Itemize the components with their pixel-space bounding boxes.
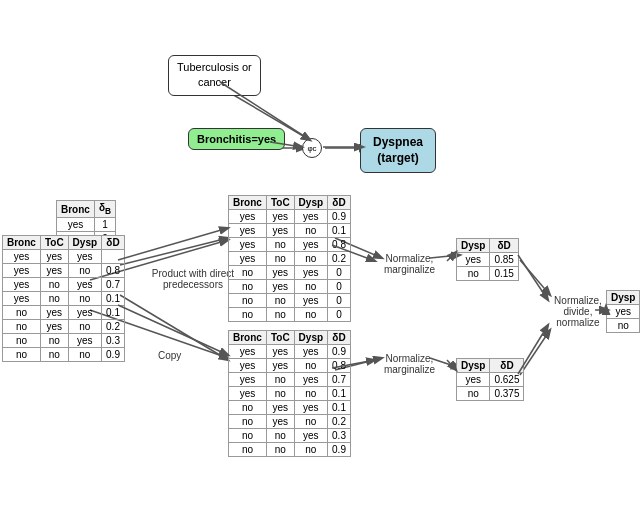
table-row: yesyesyes0.9 bbox=[229, 210, 351, 224]
bronchitis-node: Bronchitis=yes bbox=[188, 128, 285, 150]
table-t7: DyspδD yes0.773 no0.227 bbox=[606, 290, 640, 333]
copy-label: Copy bbox=[158, 350, 181, 361]
table-row: yes1 bbox=[57, 218, 116, 232]
table-row: no0.227 bbox=[607, 319, 641, 333]
normalize-divide-label: Normalize,divide,normalize bbox=[548, 295, 608, 328]
table-t6: DyspδD yes0.625 no0.375 bbox=[456, 358, 524, 401]
table-row: no0.15 bbox=[457, 267, 519, 281]
table-row: yesnoyes0.8 bbox=[229, 238, 351, 252]
table-row: noyesyes0 bbox=[229, 266, 351, 280]
tbc-node: Tuberculosis or cancer bbox=[168, 55, 261, 96]
table-row: yesnoyes0.7 bbox=[3, 278, 125, 292]
diagram-container: Bronchitis=yes φc Dyspnea (target) Tuber… bbox=[0, 0, 640, 506]
table-row: nonono0.9 bbox=[229, 443, 351, 457]
table-row: yesyesno0.8 bbox=[229, 359, 351, 373]
table-row: noyesno0 bbox=[229, 280, 351, 294]
table-row: nonoyes0 bbox=[229, 294, 351, 308]
dyspnea-node: Dyspnea (target) bbox=[360, 128, 436, 173]
table-row: noyesno0.2 bbox=[3, 320, 125, 334]
table-row: noyesyes0.1 bbox=[229, 401, 351, 415]
table-row: noyesno0.2 bbox=[229, 415, 351, 429]
table-t5: DyspδD yes0.85 no0.15 bbox=[456, 238, 519, 281]
table-row: yesnono0.1 bbox=[3, 292, 125, 306]
table-row: yesyesyes bbox=[3, 250, 125, 264]
svg-line-9 bbox=[520, 260, 550, 295]
product-label: Product with direct predecessors bbox=[148, 268, 238, 290]
table-row: yesnono0.1 bbox=[229, 387, 351, 401]
table-row: nonono0 bbox=[229, 308, 351, 322]
table-row: yesyesyes0.9 bbox=[229, 345, 351, 359]
svg-line-17 bbox=[118, 228, 228, 260]
table-t2: BroncToCDyspδD yesyesyes0.9 yesyesno0.1 … bbox=[228, 195, 351, 322]
table-row: yesyesno0.8 bbox=[3, 264, 125, 278]
table-row: noyesyes0.1 bbox=[3, 306, 125, 320]
table-row: yesyesno0.1 bbox=[229, 224, 351, 238]
table-row: nonono0.9 bbox=[3, 348, 125, 362]
table-row: no0.375 bbox=[457, 387, 524, 401]
table-row: nonoyes0.3 bbox=[3, 334, 125, 348]
normalize-marginalize-label-2: Normalize,marginalize bbox=[372, 353, 447, 375]
svg-line-23 bbox=[518, 255, 548, 300]
phi-circle-node: φc bbox=[302, 138, 322, 158]
table-left: BroncToCDyspδD yesyesyes yesyesno0.8 yes… bbox=[2, 235, 125, 362]
table-row: yes0.625 bbox=[457, 373, 524, 387]
svg-line-21 bbox=[447, 252, 456, 261]
table-t3: BroncToCDyspδD yesyesyes0.9 yesyesno0.8 … bbox=[228, 330, 351, 457]
svg-line-18 bbox=[118, 305, 228, 355]
normalize-marginalize-label-1: Normalize,marginalize bbox=[372, 253, 447, 275]
table-row: yesnono0.2 bbox=[229, 252, 351, 266]
table-row: yes0.85 bbox=[457, 253, 519, 267]
svg-line-10 bbox=[520, 330, 550, 375]
svg-line-22 bbox=[447, 360, 456, 370]
table-row: yesnoyes0.7 bbox=[229, 373, 351, 387]
table-row: yes0.773 bbox=[607, 305, 641, 319]
svg-line-3 bbox=[120, 238, 228, 265]
table-row: nonoyes0.3 bbox=[229, 429, 351, 443]
